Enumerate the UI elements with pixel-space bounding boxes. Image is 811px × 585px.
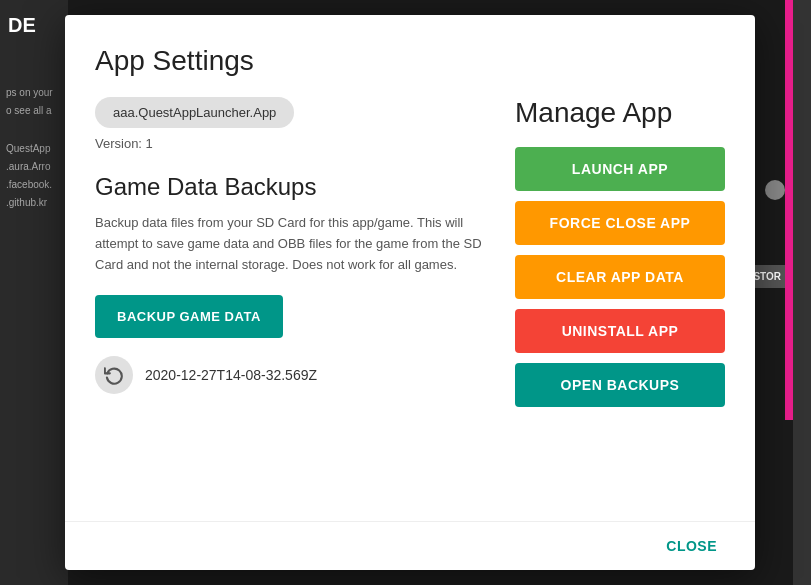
bg-sidebar-items: ps on your o see all a QuestApp .aura.Ar… — [0, 80, 59, 216]
backup-entry: 2020-12-27T14-08-32.569Z — [95, 356, 485, 394]
modal-title: App Settings — [95, 45, 725, 77]
backup-timestamp: 2020-12-27T14-08-32.569Z — [145, 367, 317, 383]
clear-app-data-button[interactable]: CLEAR APP DATA — [515, 255, 725, 299]
uninstall-app-button[interactable]: UNINSTALL APP — [515, 309, 725, 353]
version-text: Version: 1 — [95, 136, 485, 151]
bg-sidebar-title: DE — [0, 10, 44, 41]
game-data-backups-title: Game Data Backups — [95, 173, 485, 201]
bg-toggle — [765, 180, 785, 200]
modal-body: App Settings aaa.QuestAppLauncher.App Ve… — [65, 15, 755, 521]
refresh-button[interactable] — [95, 356, 133, 394]
force-close-button[interactable]: FORCE CLOSE APP — [515, 201, 725, 245]
bg-right-bar — [793, 0, 811, 585]
modal-footer: CLOSE — [65, 521, 755, 570]
section-description: Backup data files from your SD Card for … — [95, 213, 485, 275]
app-settings-modal: App Settings aaa.QuestAppLauncher.App Ve… — [65, 15, 755, 570]
close-button[interactable]: CLOSE — [658, 534, 725, 558]
right-panel: Manage App LAUNCH APP FORCE CLOSE APP CL… — [515, 97, 725, 501]
backup-game-data-button[interactable]: BACKUP GAME DATA — [95, 295, 283, 338]
left-panel: aaa.QuestAppLauncher.App Version: 1 Game… — [95, 97, 485, 501]
modal-content: aaa.QuestAppLauncher.App Version: 1 Game… — [95, 97, 725, 501]
manage-app-title: Manage App — [515, 97, 672, 129]
open-backups-button[interactable]: OPEN BACKUPS — [515, 363, 725, 407]
app-name-badge: aaa.QuestAppLauncher.App — [95, 97, 294, 128]
launch-app-button[interactable]: LAUNCH APP — [515, 147, 725, 191]
bg-pink-bar — [785, 0, 793, 420]
